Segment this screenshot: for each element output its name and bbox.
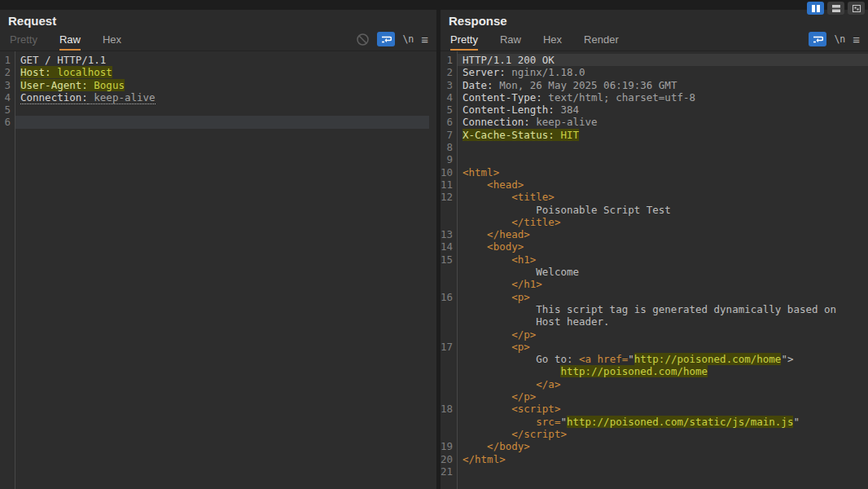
response-tab-hex[interactable]: Hex xyxy=(543,29,562,51)
line-number: 13 xyxy=(441,228,457,240)
code-line: 14 <body> xyxy=(441,240,868,253)
line-number: 10 xyxy=(441,166,457,178)
code-line: 19 </body> xyxy=(441,440,868,452)
code-line: </p> xyxy=(441,390,868,403)
line-number: 20 xyxy=(441,453,457,465)
code-line: 6Connection: keep-alive xyxy=(441,116,868,128)
code-line: Poisonable Script Test xyxy=(441,204,868,216)
code-line: 7X-Cache-Status: HIT xyxy=(441,129,868,141)
line-number: 15 xyxy=(441,253,457,266)
hidden-items-icon[interactable] xyxy=(356,33,370,46)
code-line: 11 <head> xyxy=(441,178,868,191)
code-line: 4Content-Type: text/html; charset=utf-8 xyxy=(441,91,868,104)
code-line: Host header. xyxy=(441,315,868,328)
line-number xyxy=(441,365,457,377)
code-line: </script> xyxy=(441,428,868,440)
request-editor[interactable]: 1GET / HTTP/1.12Host: localhost3User-Age… xyxy=(0,51,436,489)
word-wrap-button[interactable] xyxy=(377,32,395,46)
newline-toggle-icon[interactable]: \n xyxy=(834,33,845,45)
line-number: 18 xyxy=(441,403,457,415)
line-number: 16 xyxy=(441,291,457,303)
line-number: 1 xyxy=(441,54,457,66)
line-number xyxy=(441,303,457,315)
code-line: 1HTTP/1.1 200 OK xyxy=(441,54,868,66)
code-line[interactable]: 2Host: localhost xyxy=(0,66,436,78)
line-number: 12 xyxy=(441,191,457,203)
response-menu-icon[interactable]: ≡ xyxy=(853,33,860,46)
code-line[interactable]: 5 xyxy=(0,104,436,116)
code-line: 5Content-Length: 384 xyxy=(441,104,868,116)
response-panel: Response Pretty Raw Hex Render \n ≡ 1HTT… xyxy=(441,10,868,489)
code-line: Welcome xyxy=(441,266,868,278)
newline-toggle-icon[interactable]: \n xyxy=(402,33,414,45)
line-number xyxy=(441,390,457,403)
line-number: 8 xyxy=(441,141,457,153)
code-line: 17 <p> xyxy=(441,341,868,353)
line-number: 14 xyxy=(441,240,457,253)
tabs-layout-icon xyxy=(853,5,861,12)
code-line: </h1> xyxy=(441,278,868,290)
line-number xyxy=(441,328,457,341)
line-number: 4 xyxy=(0,91,15,104)
request-tab-hex[interactable]: Hex xyxy=(103,29,121,51)
response-tab-pretty[interactable]: Pretty xyxy=(450,29,478,51)
code-line: 20</html> xyxy=(441,453,868,465)
line-number: 19 xyxy=(441,440,457,452)
word-wrap-icon xyxy=(813,35,823,43)
code-line: 8 xyxy=(441,141,868,153)
line-number: 2 xyxy=(0,66,15,78)
code-line: http://poisoned.com/home xyxy=(441,365,868,377)
line-number xyxy=(441,204,457,216)
line-number: 3 xyxy=(441,79,457,91)
columns-layout-icon xyxy=(812,5,820,12)
code-line[interactable]: 3User-Agent: Bogus xyxy=(0,79,436,91)
line-number: 11 xyxy=(441,178,457,191)
line-number: 3 xyxy=(0,79,15,91)
line-number xyxy=(441,266,457,278)
request-tabs: Pretty Raw Hex \n ≡ xyxy=(0,29,436,51)
code-line: 9 xyxy=(441,153,868,165)
code-line: </p> xyxy=(441,328,868,341)
code-line[interactable]: 4Connection: keep-alive xyxy=(0,91,436,104)
word-wrap-button[interactable] xyxy=(809,32,826,46)
code-line[interactable]: 1GET / HTTP/1.1 xyxy=(0,54,436,66)
response-title: Response xyxy=(441,10,868,28)
code-line: </a> xyxy=(441,378,868,390)
word-wrap-icon xyxy=(381,35,392,43)
columns-layout-button[interactable] xyxy=(807,2,824,15)
line-number: 1 xyxy=(0,54,15,66)
line-number: 4 xyxy=(441,91,457,104)
line-number xyxy=(441,315,457,328)
rows-layout-button[interactable] xyxy=(827,2,844,15)
code-line: 18 <script> xyxy=(441,403,868,415)
response-tab-render[interactable]: Render xyxy=(584,29,619,51)
layout-buttons xyxy=(807,2,865,15)
response-tabs: Pretty Raw Hex Render \n ≡ xyxy=(441,29,868,51)
request-tab-raw[interactable]: Raw xyxy=(59,29,81,51)
code-line: 3Date: Mon, 26 May 2025 06:19:36 GMT xyxy=(441,79,868,91)
rows-layout-icon xyxy=(832,5,840,12)
response-tab-raw[interactable]: Raw xyxy=(500,29,521,51)
tabs-layout-button[interactable] xyxy=(848,2,865,15)
request-panel: Request Pretty Raw Hex \n ≡ 1GET / HTTP/… xyxy=(0,10,436,489)
line-number: 7 xyxy=(441,129,457,141)
line-number: 6 xyxy=(0,116,15,128)
line-number: 6 xyxy=(441,116,457,128)
code-line: 21 xyxy=(441,465,868,478)
code-line: </title> xyxy=(441,216,868,228)
code-line: This script tag is generated dynamically… xyxy=(441,303,868,315)
code-line[interactable]: 6 xyxy=(0,116,436,128)
line-number xyxy=(441,216,457,228)
line-number: 5 xyxy=(441,104,457,116)
line-number xyxy=(441,416,457,428)
line-number: 17 xyxy=(441,341,457,353)
response-editor[interactable]: 1HTTP/1.1 200 OK2Server: nginx/1.18.03Da… xyxy=(441,51,868,489)
line-number: 5 xyxy=(0,104,15,116)
line-number: 2 xyxy=(441,66,457,78)
code-line: 2Server: nginx/1.18.0 xyxy=(441,66,868,78)
code-line: 15 <h1> xyxy=(441,253,868,266)
code-line: 12 <title> xyxy=(441,191,868,203)
line-number xyxy=(441,353,457,365)
line-number: 21 xyxy=(441,465,457,478)
request-menu-icon[interactable]: ≡ xyxy=(421,33,428,46)
